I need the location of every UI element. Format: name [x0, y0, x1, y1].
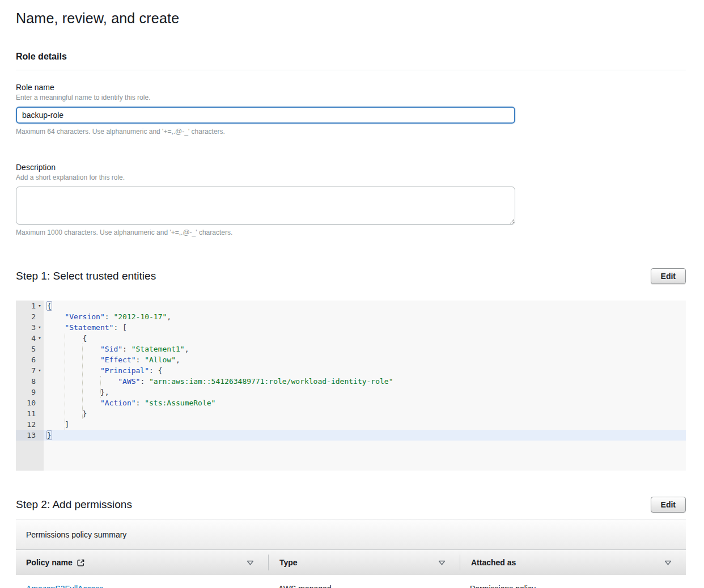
editor-lines[interactable]: 1▾{2 "Version": "2012-10-17",3▾ "Stateme…: [16, 301, 686, 441]
sort-icon[interactable]: [246, 560, 255, 566]
code-text: },: [44, 387, 109, 397]
code-line[interactable]: 8 "AWS": "arn:aws:iam::541263489771:role…: [16, 376, 686, 387]
table-body: AmazonS3FullAccessAWS managedPermissions…: [16, 575, 686, 588]
description-field: Description Add a short explanation for …: [16, 163, 686, 236]
line-number: 3▾: [16, 322, 44, 333]
code-line[interactable]: 12 ]: [16, 419, 686, 430]
code-text: "Statement": [: [44, 322, 127, 333]
code-text: "Principal": {: [44, 365, 163, 376]
attached-as-cell: Permissions policy: [460, 584, 686, 588]
code-line[interactable]: 13}: [16, 430, 686, 441]
line-number: 4▾: [16, 333, 44, 344]
code-text: {: [44, 333, 87, 344]
permissions-panel: Permissions policy summary Policy nameTy…: [16, 519, 686, 588]
indent-guide: [65, 333, 65, 430]
external-link-icon: [77, 559, 85, 567]
step1-header-row: Step 1: Select trusted entities Edit: [16, 268, 686, 284]
panel-title: Permissions policy summary: [26, 530, 126, 539]
code-text: }: [44, 430, 52, 441]
role-details-heading: Role details: [16, 52, 686, 62]
step1-heading: Step 1: Select trusted entities: [16, 270, 156, 282]
line-number: 9: [16, 387, 44, 397]
page-title: Name, review, and create: [16, 10, 686, 27]
line-number: 1▾: [16, 301, 44, 311]
line-number: 7▾: [16, 365, 44, 376]
panel-header: Permissions policy summary: [16, 519, 686, 550]
column-label: Attached as: [471, 558, 516, 567]
role-name-hint: Enter a meaningful name to identify this…: [16, 94, 686, 101]
code-line[interactable]: 5 "Sid": "Statement1",: [16, 344, 686, 354]
column-header-type[interactable]: Type: [268, 550, 460, 575]
line-number: 12: [16, 419, 44, 430]
column-label: Type: [279, 558, 298, 567]
indent-guide: [100, 376, 101, 397]
code-text: "Version": "2012-10-17",: [44, 311, 171, 322]
sort-icon[interactable]: [438, 560, 446, 566]
description-textarea[interactable]: [16, 187, 515, 225]
code-line[interactable]: 2 "Version": "2012-10-17",: [16, 311, 686, 322]
role-name-field: Role name Enter a meaningful name to ide…: [16, 83, 686, 136]
sort-icon[interactable]: [664, 560, 672, 566]
table-header: Policy nameTypeAttached as: [16, 550, 686, 575]
line-number: 2: [16, 311, 44, 322]
code-line[interactable]: 1▾{: [16, 301, 686, 311]
line-number: 8: [16, 376, 44, 387]
code-line[interactable]: 4▾ {: [16, 333, 686, 344]
column-header-policy-name[interactable]: Policy name: [16, 550, 268, 575]
step2-header-row: Step 2: Add permissions Edit: [16, 497, 686, 513]
role-name-input[interactable]: [16, 107, 515, 124]
indent-guide: [82, 344, 83, 419]
line-number: 5: [16, 344, 44, 354]
code-line[interactable]: 9 },: [16, 387, 686, 397]
divider: [16, 70, 686, 70]
code-text: "Action": "sts:AssumeRole": [44, 397, 215, 408]
line-number: 11: [16, 408, 44, 419]
code-line[interactable]: 7▾ "Principal": {: [16, 365, 686, 376]
line-number: 10: [16, 397, 44, 408]
code-text: "Sid": "Statement1",: [44, 344, 189, 354]
code-line[interactable]: 6 "Effect": "Allow",: [16, 354, 686, 365]
code-line[interactable]: 3▾ "Statement": [: [16, 322, 686, 333]
code-text: {: [44, 301, 52, 311]
policy-json-editor[interactable]: 1▾{2 "Version": "2012-10-17",3▾ "Stateme…: [16, 301, 686, 471]
fold-icon[interactable]: ▾: [36, 365, 44, 376]
description-hint: Add a short explanation for this role.: [16, 174, 686, 181]
line-number: 6: [16, 354, 44, 365]
fold-icon[interactable]: ▾: [36, 322, 44, 333]
description-helper: Maximum 1000 characters. Use alphanumeri…: [16, 229, 686, 236]
code-text: "AWS": "arn:aws:iam::541263489771:role/w…: [44, 376, 393, 387]
column-header-attached-as[interactable]: Attached as: [460, 550, 686, 575]
step2-heading: Step 2: Add permissions: [16, 498, 132, 511]
policy-name-link[interactable]: AmazonS3FullAccess: [26, 584, 103, 588]
description-label: Description: [16, 163, 686, 172]
table-row: AmazonS3FullAccessAWS managedPermissions…: [16, 575, 686, 588]
policy-type-cell: AWS managed: [268, 584, 460, 588]
code-line[interactable]: 10 "Action": "sts:AssumeRole": [16, 397, 686, 408]
role-name-helper: Maximum 64 characters. Use alphanumeric …: [16, 128, 686, 136]
code-line[interactable]: 11 }: [16, 408, 686, 419]
page: Name, review, and create Role details Ro…: [0, 0, 704, 588]
fold-icon[interactable]: ▾: [36, 301, 44, 311]
fold-icon[interactable]: ▾: [36, 333, 44, 344]
role-name-label: Role name: [16, 83, 686, 92]
line-number: 13: [16, 430, 44, 441]
column-label: Policy name: [26, 558, 73, 567]
code-text: }: [44, 408, 87, 419]
step2-edit-button[interactable]: Edit: [651, 497, 686, 513]
code-text: ]: [44, 419, 69, 430]
step1-edit-button[interactable]: Edit: [651, 268, 686, 284]
